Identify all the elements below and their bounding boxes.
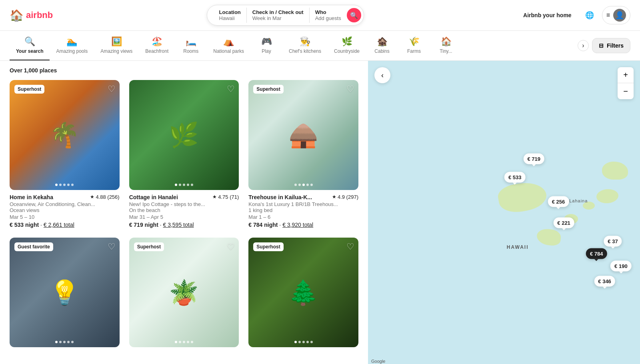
map-panel[interactable]: HAWAII Lahaina € 719 € 533 € 256 € 221 €… bbox=[368, 61, 640, 364]
card-price-2: € 719 night · € 3,595 total bbox=[129, 222, 239, 228]
superhost-badge-1: Superhost bbox=[14, 85, 44, 94]
price-marker-190[interactable]: € 190 bbox=[610, 260, 632, 271]
location-value: Hawaii bbox=[219, 15, 241, 21]
card-image-1: 🌴 bbox=[10, 80, 120, 190]
logo-text: airbnb bbox=[26, 10, 53, 20]
filters-icon: ⊟ bbox=[599, 42, 604, 49]
price-marker-784[interactable]: € 784 bbox=[586, 248, 607, 259]
star-icon: ★ bbox=[90, 194, 94, 200]
price-marker-221[interactable]: € 221 bbox=[553, 218, 574, 228]
beachfront-icon: 🏖️ bbox=[152, 36, 162, 47]
category-rooms[interactable]: 🛏️ Rooms bbox=[175, 31, 207, 60]
category-play[interactable]: 🎮 Play bbox=[250, 31, 282, 60]
category-nav-arrow[interactable]: › bbox=[578, 40, 589, 51]
category-farms[interactable]: 🌾 Farms bbox=[398, 31, 430, 60]
zoom-out-button[interactable]: − bbox=[618, 83, 634, 99]
amazing-views-icon: 🖼️ bbox=[111, 36, 122, 47]
wishlist-button-6[interactable]: ♡ bbox=[346, 242, 354, 252]
dots-1 bbox=[55, 184, 74, 186]
card-dates-2: Mar 31 – Apr 5 bbox=[129, 214, 239, 220]
play-icon: 🎮 bbox=[261, 36, 272, 47]
hawaii-big-island bbox=[496, 179, 548, 215]
national-parks-icon: ⛺ bbox=[223, 36, 234, 47]
card-info-2: Cottage in Hanalei ★ 4.75 (71) New! Ipo … bbox=[129, 190, 239, 228]
main-layout: Over 1,000 places 🌴 Superhost ♡ bbox=[0, 61, 640, 364]
rooms-icon: 🛏️ bbox=[186, 36, 196, 47]
map-background: HAWAII Lahaina € 719 € 533 € 256 € 221 €… bbox=[368, 61, 640, 364]
listing-card-2[interactable]: 🌿 ♡ Cottage in Hanalei bbox=[129, 80, 239, 228]
filters-button[interactable]: ⊟ Filters bbox=[592, 38, 630, 53]
dots-4 bbox=[55, 341, 74, 343]
search-button[interactable]: 🔍 bbox=[347, 8, 361, 22]
user-menu[interactable]: ≡ 👤 bbox=[602, 6, 630, 24]
search-icon: 🔍 bbox=[350, 12, 358, 19]
card-image-2: 🌿 bbox=[129, 80, 239, 190]
card-rating-1: ★ 4.88 (256) bbox=[90, 194, 119, 200]
card-feature-3: 1 king bed bbox=[248, 207, 358, 213]
card-title-2: Cottage in Hanalei bbox=[129, 194, 178, 200]
header-right: Airbnb your home 🌐 ≡ 👤 bbox=[518, 6, 630, 24]
listing-card-6[interactable]: 🌲 Superhost ♡ bbox=[248, 238, 358, 348]
card-title-3: Treehouse in Kailua-K... bbox=[248, 194, 312, 200]
card-rating-3: ★ 4.9 (297) bbox=[332, 194, 358, 200]
category-your-search[interactable]: 🔍 Your search bbox=[10, 31, 50, 60]
card-feature-2: On the beach bbox=[129, 207, 239, 213]
avatar: 👤 bbox=[613, 9, 626, 22]
category-countryside[interactable]: 🌿 Countryside bbox=[328, 31, 366, 60]
listings-panel: Over 1,000 places 🌴 Superhost ♡ bbox=[0, 61, 368, 364]
price-marker-719[interactable]: € 719 bbox=[524, 153, 545, 164]
wishlist-button-1[interactable]: ♡ bbox=[108, 84, 116, 94]
wishlist-button-2[interactable]: ♡ bbox=[227, 84, 235, 94]
dots-6 bbox=[294, 341, 313, 343]
card-info-3: Treehouse in Kailua-K... ★ 4.9 (297) Kon… bbox=[248, 190, 358, 228]
listing-card-4[interactable]: 💡 Guest favorite ♡ bbox=[10, 238, 120, 348]
dates-label: Check in / Check out bbox=[252, 9, 304, 15]
wishlist-button-4[interactable]: ♡ bbox=[108, 242, 116, 252]
wishlist-button-5[interactable]: ♡ bbox=[227, 242, 235, 252]
category-tiny[interactable]: 🏠 Tiny... bbox=[430, 31, 462, 60]
card-info-1: Home in Kekaha ★ 4.88 (256) Oceanview, A… bbox=[10, 190, 120, 228]
price-marker-256[interactable]: € 256 bbox=[548, 196, 569, 207]
listing-card-3[interactable]: 🛖 Superhost ♡ Treehouse in Kailua-K... bbox=[248, 80, 358, 228]
location-search[interactable]: Location Hawaii bbox=[214, 8, 247, 23]
category-amazing-views[interactable]: 🖼️ Amazing views bbox=[94, 31, 139, 60]
category-amazing-pools[interactable]: 🏊 Amazing pools bbox=[50, 31, 94, 60]
logo[interactable]: 🏠 airbnb bbox=[10, 9, 53, 22]
superhost-badge-3: Superhost bbox=[253, 85, 283, 94]
dates-search[interactable]: Check in / Check out Week in Mar bbox=[247, 8, 310, 23]
card-desc-1: Oceanview, Air Conditioning, Clean... bbox=[10, 201, 120, 207]
guests-search[interactable]: Who Add guests bbox=[310, 8, 347, 23]
guest-fav-badge-4: Guest favorite bbox=[14, 242, 53, 251]
star-icon-2: ★ bbox=[212, 194, 217, 200]
dots-5 bbox=[175, 341, 193, 343]
zoom-controls: + − bbox=[618, 67, 634, 99]
language-button[interactable]: 🌐 bbox=[582, 8, 597, 23]
listing-card-5[interactable]: 🪴 Superhost ♡ bbox=[129, 238, 239, 348]
wishlist-button-3[interactable]: ♡ bbox=[346, 84, 354, 94]
card-dates-1: Mar 5 – 10 bbox=[10, 214, 120, 220]
search-bar: Location Hawaii Check in / Check out Wee… bbox=[207, 5, 364, 26]
card-image-6: 🌲 bbox=[248, 238, 358, 348]
chefs-kitchens-icon: 👨‍🍳 bbox=[300, 36, 310, 47]
category-national-parks[interactable]: ⛺ National parks bbox=[207, 31, 250, 60]
dates-value: Week in Mar bbox=[252, 15, 304, 21]
zoom-in-button[interactable]: + bbox=[618, 67, 634, 83]
price-marker-533[interactable]: € 533 bbox=[504, 172, 526, 182]
location-label: Location bbox=[219, 9, 241, 15]
card-title-1: Home in Kekaha bbox=[10, 194, 53, 200]
host-link[interactable]: Airbnb your home bbox=[518, 8, 577, 22]
category-chefs-kitchens[interactable]: 👨‍🍳 Chef's kitchens bbox=[282, 31, 328, 60]
card-rating-2: ★ 4.75 (71) bbox=[212, 194, 239, 200]
guests-value: Add guests bbox=[315, 15, 341, 21]
category-cabins[interactable]: 🏚️ Cabins bbox=[366, 31, 398, 60]
star-icon-3: ★ bbox=[332, 194, 336, 200]
listing-card-1[interactable]: 🌴 Superhost ♡ Home in Kekaha bbox=[10, 80, 120, 228]
category-beachfront[interactable]: 🏖️ Beachfront bbox=[139, 31, 175, 60]
card-image-wrap-3: 🛖 Superhost ♡ bbox=[248, 80, 358, 190]
card-desc-2: New! Ipo Cottage - steps to the... bbox=[129, 201, 239, 207]
map-collapse-button[interactable]: ‹ bbox=[374, 67, 390, 83]
price-marker-37[interactable]: € 37 bbox=[604, 236, 622, 247]
card-dates-3: Mar 1 – 6 bbox=[248, 214, 358, 220]
price-marker-346[interactable]: € 346 bbox=[594, 276, 615, 286]
card-image-wrap-4: 💡 Guest favorite ♡ bbox=[10, 238, 120, 348]
